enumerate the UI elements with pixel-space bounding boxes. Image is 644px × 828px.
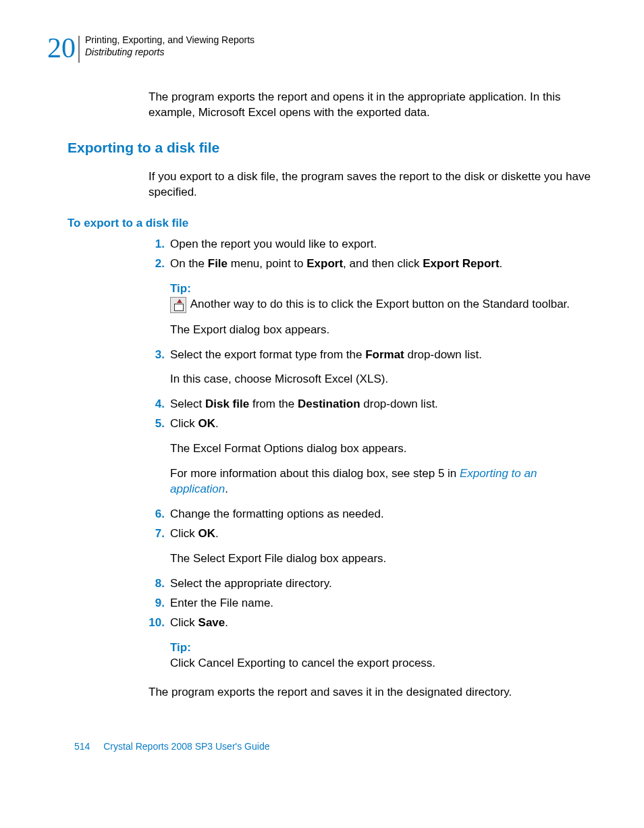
procedure-heading: To export to a disk file [68,217,597,230]
step-number: 6. [149,507,165,522]
page-number: 514 [74,741,90,752]
text: On the [170,257,208,270]
step-number: 5. [149,416,165,432]
step-result: The Export dialog box appears. [170,323,597,338]
step-4: 4. Select Disk file from the Destination… [149,397,597,412]
step-text: Select Disk file from the Destination dr… [170,397,438,410]
button-ok: OK [198,417,216,430]
step-text: Click OK. [170,417,219,430]
text: . [215,527,219,540]
tip-text: Click Cancel Exporting to cancel the exp… [170,656,597,671]
tip-label: Tip: [170,281,597,297]
dropdown-destination: Destination [298,397,360,410]
header-titles: Printing, Exporting, and Viewing Reports… [85,34,254,58]
step-text: On the File menu, point to Export, and t… [170,257,502,270]
option-disk-file: Disk file [205,397,249,410]
step-number: 4. [149,397,165,412]
step-text: Select the export format type from the F… [170,348,482,361]
tip-body: Another way to do this is to click the E… [170,297,597,313]
step-text: Open the report you would like to export… [170,238,377,250]
tip-block: Tip: Click Cancel Exporting to cancel th… [170,640,597,671]
tip-label: Tip: [170,640,597,656]
menu-export-report: Export Report [423,257,499,270]
text: . [225,482,228,495]
text: Select [170,397,205,410]
button-save: Save [198,616,225,629]
step-crossref: For more information about this dialog b… [170,466,597,497]
text: Click [170,527,198,540]
text: drop-down list. [404,348,482,361]
step-text: Click Save. [170,616,228,629]
tip-text: Another way to do this is to click the E… [188,298,570,310]
menu-file: File [208,257,227,270]
step-text: Change the formatting options as needed. [170,507,384,520]
step-5: 5. Click OK. The Excel Format Options di… [149,416,597,497]
text: menu, point to [227,257,306,270]
text: Click [170,417,198,430]
step-number: 3. [149,348,165,363]
export-icon [170,297,186,313]
chapter-number: 20 [47,34,76,62]
text: Select the export format type from the [170,348,365,361]
header-divider [78,36,80,63]
closing-paragraph: The program exports the report and saves… [149,685,597,700]
step-7: 7. Click OK. The Select Export File dial… [149,526,597,567]
step-1: 1. Open the report you would like to exp… [149,237,597,252]
document-title: Crystal Reports 2008 SP3 User's Guide [103,741,269,752]
section-breadcrumb: Distributing reports [85,46,254,58]
text: . [500,257,503,270]
text: Click [170,616,198,629]
menu-export: Export [306,257,343,270]
step-number: 2. [149,256,165,272]
step-8: 8. Select the appropriate directory. [149,576,597,592]
step-number: 7. [149,526,165,542]
text: . [215,417,219,430]
dropdown-format: Format [365,348,404,361]
text: . [225,616,228,629]
step-10: 10. Click Save. Tip: Click Cancel Export… [149,615,597,671]
step-result: The Excel Format Options dialog box appe… [170,441,597,457]
step-number: 9. [149,596,165,611]
chapter-title: Printing, Exporting, and Viewing Reports [85,34,254,46]
step-text: Select the appropriate directory. [170,577,332,590]
step-number: 8. [149,576,165,592]
text: , and then click [343,257,423,270]
step-6: 6. Change the formatting options as need… [149,507,597,522]
step-result: In this case, choose Microsoft Excel (XL… [170,372,597,387]
text: from the [249,397,298,410]
text: drop-down list. [360,397,438,410]
step-result: The Select Export File dialog box appear… [170,551,597,567]
procedure-steps: 1. Open the report you would like to exp… [149,237,597,671]
page-footer: 514 Crystal Reports 2008 SP3 User's Guid… [74,741,597,752]
page-header: 20 Printing, Exporting, and Viewing Repo… [47,34,597,63]
step-number: 1. [149,237,165,252]
step-3: 3. Select the export format type from th… [149,348,597,388]
step-text: Click OK. [170,527,219,540]
intro-paragraph: The program exports the report and opens… [149,90,597,121]
button-ok: OK [198,527,216,540]
step-number: 10. [149,615,165,631]
section-heading: Exporting to a disk file [68,140,597,156]
step-9: 9. Enter the File name. [149,596,597,611]
section-paragraph: If you export to a disk file, the progra… [149,169,597,200]
step-2: 2. On the File menu, point to Export, an… [149,256,597,338]
step-text: Enter the File name. [170,597,273,609]
text: For more information about this dialog b… [170,467,460,480]
tip-block: Tip: Another way to do this is to click … [170,281,597,313]
